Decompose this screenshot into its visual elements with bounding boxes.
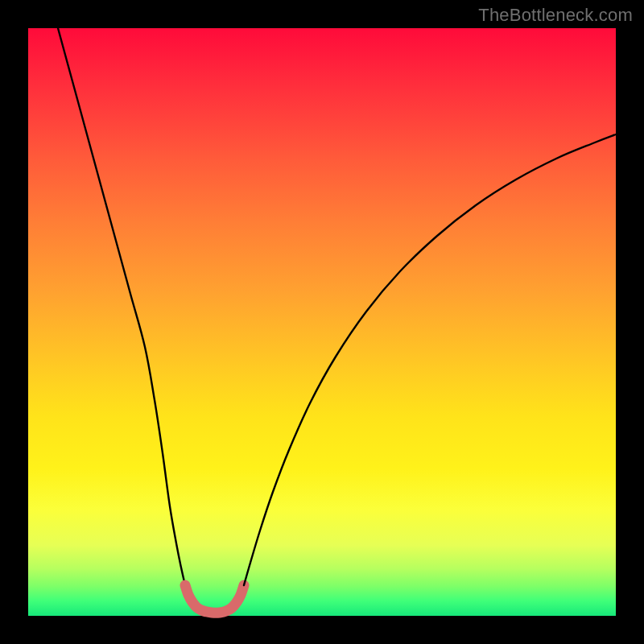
outer-frame: TheBottleneck.com xyxy=(0,0,644,644)
plot-area xyxy=(28,28,616,616)
watermark-text: TheBottleneck.com xyxy=(478,5,633,26)
curve-left-branch xyxy=(58,28,185,585)
curve-svg xyxy=(28,28,616,616)
curve-right-branch xyxy=(244,134,616,585)
curve-valley xyxy=(185,585,244,613)
